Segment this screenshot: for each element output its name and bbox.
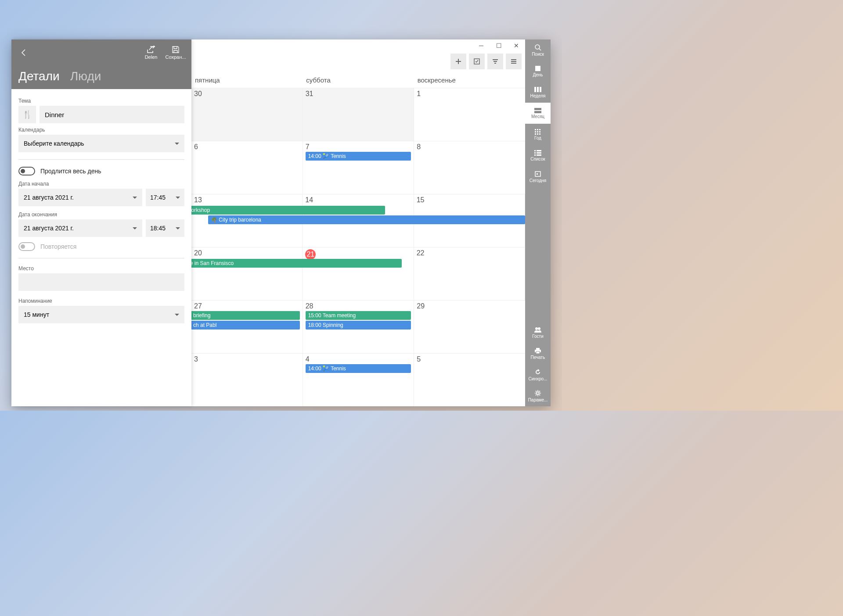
gear-icon [534,390,541,397]
svg-rect-22 [537,154,541,156]
save-button[interactable]: Сохран... [163,40,188,65]
sidebar-label: Параме... [528,398,548,402]
share-button[interactable]: Delen [139,40,163,65]
svg-rect-24 [537,173,538,175]
sidebar-settings[interactable]: Параме... [525,385,551,406]
sidebar-year[interactable]: Год [525,124,551,145]
calendar-toolbar [191,51,525,72]
sidebar-day[interactable]: День [525,61,551,82]
menu-button[interactable] [506,54,522,69]
sidebar-week[interactable]: Неделя [525,82,551,103]
year-icon [534,129,541,135]
calendar-grid: 303116714:00 🎾 Tennis8131415workshop🌴 Ci… [191,88,525,406]
minimize-button[interactable]: ─ [472,39,490,52]
start-time-select[interactable]: 17:45 [146,189,184,206]
calendar-cell[interactable]: 5 [414,354,525,406]
calendar-cell[interactable]: 414:00 🎾 Tennis [303,354,414,406]
calendar-cell[interactable]: 31 [303,88,414,141]
sidebar-label: Месяц [531,114,544,119]
chevron-down-icon [176,227,180,229]
calendar-event-span[interactable]: ce in San Fransisco [185,259,402,268]
today-icon [534,170,541,177]
svg-point-1 [535,45,540,49]
calendar-select[interactable]: Выберите календарь [18,135,184,152]
save-icon [172,46,180,54]
calendar-cell[interactable]: 20 [191,247,303,300]
cell-date: 8 [417,143,522,151]
end-date-label: Дата окончания [18,211,184,218]
maximize-button[interactable]: ☐ [490,39,508,52]
sidebar-search[interactable]: Поиск [525,39,551,61]
calendar-row: 30311 [191,88,525,141]
end-time-select[interactable]: 18:45 [146,219,184,237]
calendar-event-span[interactable]: 🌴 City trip barcelona [208,215,525,224]
start-date-select[interactable]: 21 августа 2021 г. [18,189,142,206]
cell-date: 1 [417,90,522,98]
calendar-cell[interactable]: 6 [191,141,303,194]
cell-date: 31 [306,90,411,98]
location-label: Место [18,265,184,272]
filter-button[interactable] [487,54,503,69]
end-date-select[interactable]: 21 августа 2021 г. [18,219,142,237]
week-icon [534,86,542,93]
calendar-row: 131415workshop🌴 City trip barcelona [191,194,525,247]
cell-date: 6 [194,143,300,151]
calendar-cell[interactable]: 30 [191,88,303,141]
share-icon [147,46,155,54]
svg-rect-3 [534,87,536,92]
repeats-label: Повторяется [40,243,76,250]
allday-toggle[interactable] [18,167,35,175]
start-time-value: 17:45 [150,194,166,201]
sidebar-sync[interactable]: Синхро... [525,364,551,385]
calendar-event[interactable]: 14:00 🎾 Tennis [306,364,411,373]
calendar-cell[interactable]: 27briefingch at Pabl [191,301,303,353]
subject-label: Тема [18,98,184,104]
sidebar-guests[interactable]: Гости [525,322,551,343]
share-label: Delen [145,54,158,60]
tasks-button[interactable] [469,54,485,69]
start-date-value: 21 августа 2021 г. [24,194,74,201]
calendar-event-span[interactable]: workshop [185,206,385,215]
calendar-event[interactable]: 18:00 Spinning [306,321,411,329]
subject-input[interactable] [40,106,184,123]
add-event-button[interactable] [450,54,466,69]
calendar-cell[interactable]: 2815:00 Team meeting18:00 Spinning [303,301,414,353]
people-icon [534,327,542,333]
tab-people[interactable]: Люди [70,69,101,87]
calendar-event[interactable]: 14:00 🎾 Tennis [306,152,411,161]
sidebar-list[interactable]: Список [525,145,551,166]
calendar-cell[interactable]: 21 [303,247,414,300]
sidebar-month[interactable]: Месяц [525,103,551,124]
calendar-cell[interactable]: 3 [191,354,303,406]
back-button[interactable] [15,44,32,61]
cell-date: 29 [417,302,522,310]
calendar-cell[interactable]: 1 [414,88,525,141]
cell-date: 7 [306,143,411,151]
reminder-select[interactable]: 15 минут [18,306,184,323]
location-input[interactable] [18,273,184,291]
calendar-cell[interactable]: 22 [414,247,525,300]
calendar-cell[interactable]: 29 [414,301,525,353]
subject-icon-picker[interactable]: 🍴 [18,106,36,123]
save-label: Сохран... [166,54,186,60]
calendar-cell[interactable]: 714:00 🎾 Tennis [303,141,414,194]
day-headers: пятницасубботавоскресенье [191,72,525,88]
tab-details[interactable]: Детали [18,69,60,87]
cell-date: 21 [305,249,316,260]
calendar-event[interactable]: ch at Pabl [191,321,300,329]
svg-rect-6 [534,108,541,110]
cell-date: 13 [194,196,299,204]
repeats-toggle[interactable] [18,242,35,251]
svg-rect-17 [534,150,536,151]
close-button[interactable]: ✕ [508,39,525,52]
day-icon [534,65,541,72]
svg-rect-11 [535,131,536,133]
sidebar-print[interactable]: Печать [525,343,551,364]
calendar-event[interactable]: 15:00 Team meeting [306,311,411,320]
calendar-event[interactable]: briefing [191,311,300,320]
calendar-cell[interactable]: 8 [414,141,525,194]
svg-rect-2 [535,66,540,71]
svg-rect-20 [537,152,541,154]
svg-point-25 [535,327,538,330]
sidebar-today[interactable]: Сегодня [525,166,551,187]
